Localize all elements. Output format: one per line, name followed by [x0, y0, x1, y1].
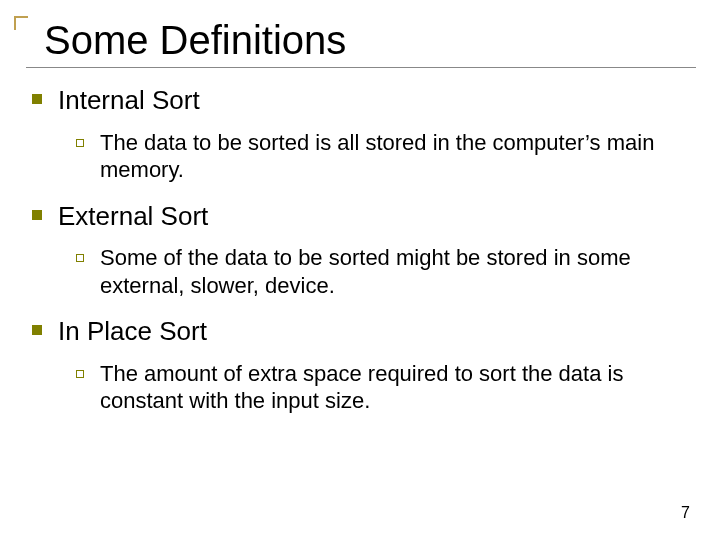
item-heading: In Place Sort: [58, 315, 207, 348]
item-detail: The data to be sorted is all stored in t…: [100, 129, 660, 184]
square-bullet-icon: [32, 325, 42, 335]
slide-content: Internal Sort The data to be sorted is a…: [24, 84, 696, 415]
square-bullet-icon: [32, 94, 42, 104]
list-subitem: The data to be sorted is all stored in t…: [76, 129, 696, 184]
slide-title: Some Definitions: [44, 18, 696, 63]
list-item: Internal Sort: [32, 84, 696, 117]
hollow-square-bullet-icon: [76, 139, 84, 147]
list-item: In Place Sort: [32, 315, 696, 348]
square-bullet-icon: [32, 210, 42, 220]
item-detail: Some of the data to be sorted might be s…: [100, 244, 660, 299]
page-number: 7: [681, 504, 690, 522]
item-heading: External Sort: [58, 200, 208, 233]
hollow-square-bullet-icon: [76, 254, 84, 262]
item-detail: The amount of extra space required to so…: [100, 360, 660, 415]
title-underline: [26, 67, 696, 68]
list-item: External Sort: [32, 200, 696, 233]
item-heading: Internal Sort: [58, 84, 200, 117]
list-subitem: Some of the data to be sorted might be s…: [76, 244, 696, 299]
hollow-square-bullet-icon: [76, 370, 84, 378]
list-subitem: The amount of extra space required to so…: [76, 360, 696, 415]
slide-corner-accent: [14, 16, 28, 30]
